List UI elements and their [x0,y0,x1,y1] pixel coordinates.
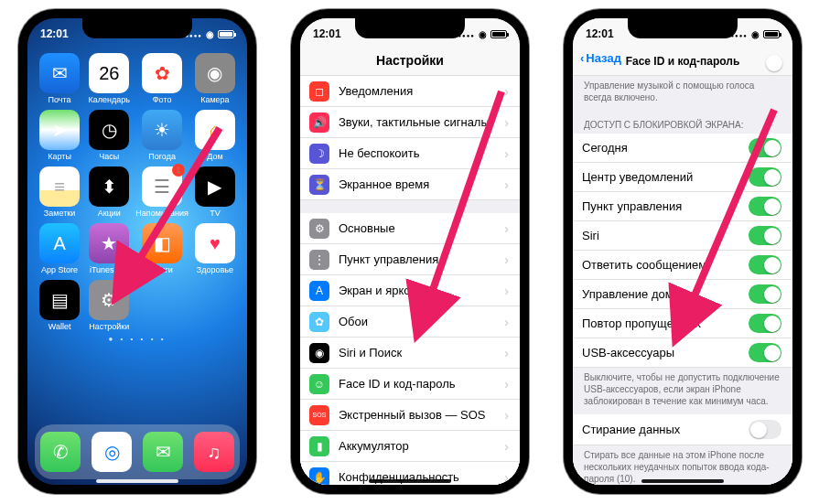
battery-icon: ▮ [309,436,329,456]
row-label: Звуки, тактильные сигналы [339,115,490,129]
app-home[interactable]: ⌂Дом [192,110,238,161]
app-label: Заметки [44,209,75,218]
app-reminders[interactable]: ☰1Напоминания [135,166,188,218]
toggle-control-center[interactable] [749,197,781,216]
status-time: 12:01 [586,27,614,40]
app-health[interactable]: ♥Здоровье [192,223,238,274]
app-tv[interactable]: ▶TV [192,166,238,218]
lockscreen-header: ДОСТУП С БЛОКИРОВКОЙ ЭКРАНА: [573,111,792,134]
dock-phone[interactable]: ✆ [40,432,81,472]
app-settings[interactable]: ⚙Настройки [86,280,132,331]
app-calendar[interactable]: 26Календарь [86,53,132,104]
app-label: Здоровье [197,265,233,274]
row-general[interactable]: ⚙Основные› [300,213,520,244]
camera-icon: ◉ [195,53,235,93]
app-weather[interactable]: ☀Погода [135,110,188,161]
row-controlcenter[interactable]: ⋮Пункт управления› [300,244,520,275]
row-label: USB-аксессуары [582,346,674,359]
row-sos[interactable]: SOSЭкстренный вызов — SOS› [300,400,520,431]
app-appstore[interactable]: AApp Store [37,223,82,274]
tv-icon: ▶ [195,166,235,207]
chevron-right-icon: › [504,115,509,130]
row-label: Управление домом [582,287,688,301]
app-stocks[interactable]: ⬍Акции [86,166,132,218]
health-icon: ♥ [195,223,235,263]
app-mail[interactable]: ✉Почта [37,53,82,104]
row-label: Siri и Поиск [339,346,402,359]
back-button[interactable]: ‹ Назад [580,51,621,65]
row-homecontrol: Управление домом [573,280,792,309]
toggle-erase[interactable] [749,420,781,439]
siri-icon: ◉ [309,343,329,363]
app-maps[interactable]: ➤Карты [37,110,82,161]
row-battery[interactable]: ▮Аккумулятор› [300,431,520,462]
sos-icon: SOS [309,405,329,425]
app-label: iTunes S... [90,265,129,274]
row-screentime[interactable]: ⏳Экранное время› [300,169,520,200]
app-photos[interactable]: ✿Фото [135,53,188,104]
row-notifications[interactable]: ◻Уведомления› [300,76,520,107]
row-label: Сегодня [582,141,628,155]
app-label: App Store [41,265,78,274]
row-siri[interactable]: ◉Siri и Поиск› [300,338,520,369]
row-display[interactable]: AЭкран и яркость› [300,275,520,306]
row-today: Сегодня [573,134,792,163]
row-sounds[interactable]: 🔊Звуки, тактильные сигналы› [300,107,520,138]
home-icon: ⌂ [195,110,235,150]
home-indicator[interactable] [641,479,724,483]
chevron-right-icon: › [504,84,509,99]
chevron-right-icon: › [504,284,509,298]
row-faceid[interactable]: ☺Face ID и код-пароль› [300,369,520,400]
app-itunes[interactable]: ★iTunes S... [86,223,132,274]
app-label: Почта [48,95,71,104]
row-label: Пункт управления [339,252,438,266]
faceid-icon: ☺ [309,374,329,394]
status-time: 12:01 [40,27,69,40]
sounds-icon: 🔊 [309,113,329,133]
chevron-right-icon: › [504,177,509,192]
toggle-returncall[interactable] [749,314,781,333]
badge: 1 [172,164,185,177]
app-notes[interactable]: ≡Заметки [37,166,82,218]
row-label: Экстренный вызов — SOS [339,408,486,422]
dock-safari[interactable]: ◎ [92,432,132,472]
app-label: Книги [151,265,173,274]
chevron-right-icon: › [504,221,509,236]
chevron-right-icon: › [504,470,509,485]
toggle-usb[interactable] [749,343,781,362]
app-wallet[interactable]: ▤Wallet [37,280,82,331]
row-label: Стирание данных [582,423,680,436]
chevron-right-icon: › [504,146,509,161]
app-camera[interactable]: ◉Камера [192,53,238,104]
app-label: Фото [153,95,172,104]
row-label: Экран и яркость [339,284,428,297]
row-label: Уведомления [339,84,413,98]
toggle-homecontrol[interactable] [749,284,781,304]
toggle-notif-center[interactable] [749,167,781,187]
row-dnd[interactable]: ☽Не беспокоить› [300,138,520,169]
general-icon: ⚙ [309,219,329,239]
toggle-reply[interactable] [749,255,781,274]
row-erase: Стирание данных [573,414,792,445]
photos-icon: ✿ [142,53,182,93]
toggle-today[interactable] [749,138,781,157]
chevron-right-icon: › [504,346,509,360]
home-indicator[interactable] [96,479,178,483]
page-dots[interactable]: ● • • • • • [27,335,247,343]
dock-messages[interactable]: ✉ [143,432,183,472]
wallet-icon: ▤ [39,280,80,320]
app-label: Календарь [89,95,130,104]
row-reply: Ответить сообщением [573,251,792,280]
app-clock[interactable]: ◷Часы [86,110,132,161]
appstore-icon: A [39,223,80,263]
dock-music[interactable]: ♫ [194,432,234,472]
toggle-siri[interactable] [749,226,781,245]
chevron-right-icon: › [504,315,509,329]
nav-title: Настройки [300,49,520,76]
row-wallpaper[interactable]: ✿Обои› [300,306,520,338]
home-indicator[interactable] [369,479,451,483]
calendar-icon: 26 [89,53,129,93]
app-books[interactable]: ◧Книги [135,223,188,274]
wifi-icon [206,27,214,40]
row-usb: USB-аксессуары [573,338,792,368]
